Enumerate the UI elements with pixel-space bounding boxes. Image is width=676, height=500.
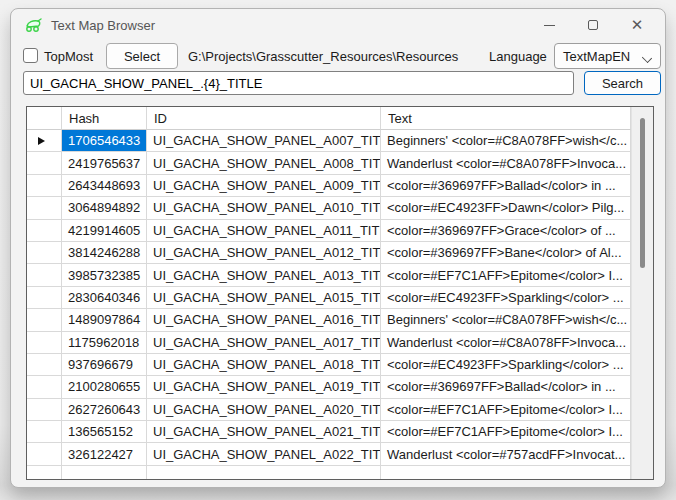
- cell-hash[interactable]: 3064894892: [62, 197, 147, 219]
- table-row: 1706546433UI_GACHA_SHOW_PANEL_A007_TITLE…: [27, 130, 631, 152]
- cell-text[interactable]: <color=#EF7C1AFF>Epitome</color> I...: [381, 264, 631, 286]
- close-button[interactable]: ✕: [615, 10, 659, 40]
- cell-hash[interactable]: 2100280655: [62, 376, 147, 398]
- row-header[interactable]: [27, 354, 62, 376]
- cell-hash[interactable]: 2643448693: [62, 175, 147, 197]
- row-header[interactable]: [27, 287, 62, 309]
- row-header[interactable]: [27, 264, 62, 286]
- grasscutter-app-icon: [23, 17, 43, 33]
- cell-text[interactable]: Wanderlust <color=#C8A078FF>Invoca...: [381, 332, 631, 354]
- cell-id[interactable]: UI_GACHA_SHOW_PANEL_A012_TITLE: [147, 242, 381, 264]
- row-header[interactable]: [27, 332, 62, 354]
- minimize-icon: [544, 25, 555, 26]
- row-header[interactable]: [27, 130, 62, 152]
- cell-id[interactable]: UI_GACHA_SHOW_PANEL_A008_TITLE: [147, 152, 381, 174]
- current-row-arrow-icon: [38, 137, 45, 145]
- cell-hash[interactable]: [62, 466, 147, 479]
- cell-text[interactable]: <color=#369697FF>Grace</color> of ...: [381, 220, 631, 242]
- table-row: 2627260643UI_GACHA_SHOW_PANEL_A020_TITLE…: [27, 399, 631, 421]
- table-row: 2830640346UI_GACHA_SHOW_PANEL_A015_TITLE…: [27, 287, 631, 309]
- chevron-down-icon: [643, 52, 652, 61]
- row-header[interactable]: [27, 152, 62, 174]
- row-header[interactable]: [27, 197, 62, 219]
- cell-id[interactable]: UI_GACHA_SHOW_PANEL_A019_TITLE: [147, 376, 381, 398]
- cell-hash[interactable]: 937696679: [62, 354, 147, 376]
- cell-hash[interactable]: 1175962018: [62, 332, 147, 354]
- grid-header-row: Hash ID Text: [27, 107, 631, 130]
- cell-id[interactable]: UI_GACHA_SHOW_PANEL_A009_TITLE: [147, 175, 381, 197]
- cell-text[interactable]: Beginners' <color=#C8A078FF>wish</c...: [381, 309, 631, 331]
- title-bar[interactable]: Text Map Browser ✕: [11, 9, 665, 41]
- cell-id[interactable]: [147, 466, 381, 479]
- table-row: 1489097864UI_GACHA_SHOW_PANEL_A016_TITLE…: [27, 309, 631, 331]
- cell-text[interactable]: <color=#EC4923FF>Dawn</color> Pilg...: [381, 197, 631, 219]
- cell-text[interactable]: <color=#EF7C1AFF>Epitome</color> I...: [381, 421, 631, 443]
- cell-hash[interactable]: 136565152: [62, 421, 147, 443]
- maximize-button[interactable]: [571, 10, 615, 40]
- cell-id[interactable]: UI_GACHA_SHOW_PANEL_A007_TITLE: [147, 130, 381, 152]
- language-combobox[interactable]: TextMapEN: [554, 43, 661, 69]
- cell-hash[interactable]: 3985732385: [62, 264, 147, 286]
- table-row: 1175962018UI_GACHA_SHOW_PANEL_A017_TITLE…: [27, 332, 631, 354]
- cell-text[interactable]: <color=#369697FF>Ballad</color> in ...: [381, 376, 631, 398]
- table-row: 2100280655UI_GACHA_SHOW_PANEL_A019_TITLE…: [27, 376, 631, 398]
- table-row: 3064894892UI_GACHA_SHOW_PANEL_A010_TITLE…: [27, 197, 631, 219]
- cell-id[interactable]: UI_GACHA_SHOW_PANEL_A013_TITLE: [147, 264, 381, 286]
- cell-text[interactable]: Wanderlust <color=#C8A078FF>Invoca...: [381, 152, 631, 174]
- topmost-label[interactable]: TopMost: [44, 49, 93, 64]
- row-header[interactable]: [27, 399, 62, 421]
- cell-text[interactable]: <color=#EC4923FF>Sparkling</color> ...: [381, 287, 631, 309]
- column-header-hash[interactable]: Hash: [62, 107, 147, 130]
- row-header[interactable]: [27, 309, 62, 331]
- cell-text[interactable]: <color=#: [381, 466, 631, 479]
- language-selected-value: TextMapEN: [563, 49, 643, 64]
- cell-hash[interactable]: 1706546433: [62, 130, 147, 152]
- row-header[interactable]: [27, 376, 62, 398]
- cell-text[interactable]: <color=#369697FF>Ballad</color> in ...: [381, 175, 631, 197]
- language-label: Language: [489, 49, 547, 64]
- desktop-background: Text Map Browser ✕ TopMost Select G:\Pro…: [0, 0, 676, 500]
- cell-id[interactable]: UI_GACHA_SHOW_PANEL_A017_TITLE: [147, 332, 381, 354]
- cell-hash[interactable]: 2419765637: [62, 152, 147, 174]
- cell-id[interactable]: UI_GACHA_SHOW_PANEL_A018_TITLE: [147, 354, 381, 376]
- search-input[interactable]: [23, 71, 574, 95]
- cell-id[interactable]: UI_GACHA_SHOW_PANEL_A010_TITLE: [147, 197, 381, 219]
- grid-corner-header[interactable]: [27, 107, 62, 130]
- table-row: 3985732385UI_GACHA_SHOW_PANEL_A013_TITLE…: [27, 264, 631, 286]
- row-header[interactable]: [27, 242, 62, 264]
- cell-text[interactable]: <color=#369697FF>Bane</color> of Al...: [381, 242, 631, 264]
- vertical-scrollbar[interactable]: [631, 107, 653, 479]
- row-header[interactable]: [27, 466, 62, 479]
- topmost-checkbox[interactable]: [23, 48, 38, 63]
- cell-hash[interactable]: 4219914605: [62, 220, 147, 242]
- cell-hash[interactable]: 2830640346: [62, 287, 147, 309]
- cell-text[interactable]: Wanderlust <color=#757acdFF>Invocat...: [381, 443, 631, 465]
- row-header[interactable]: [27, 421, 62, 443]
- cell-hash[interactable]: 326122427: [62, 443, 147, 465]
- cell-id[interactable]: UI_GACHA_SHOW_PANEL_A011_TITLE: [147, 220, 381, 242]
- row-header[interactable]: [27, 175, 62, 197]
- cell-hash[interactable]: 1489097864: [62, 309, 147, 331]
- cell-id[interactable]: UI_GACHA_SHOW_PANEL_A015_TITLE: [147, 287, 381, 309]
- table-row: 326122427UI_GACHA_SHOW_PANEL_A022_TITLEW…: [27, 443, 631, 465]
- vertical-scrollbar-thumb[interactable]: [640, 118, 645, 268]
- cell-text[interactable]: <color=#EF7C1AFF>Epitome</color> I...: [381, 399, 631, 421]
- cell-hash[interactable]: 2627260643: [62, 399, 147, 421]
- cell-text[interactable]: <color=#EC4923FF>Sparkling</color> ...: [381, 354, 631, 376]
- table-row: 136565152UI_GACHA_SHOW_PANEL_A021_TITLE<…: [27, 421, 631, 443]
- column-header-text[interactable]: Text: [381, 107, 631, 130]
- search-button[interactable]: Search: [584, 71, 661, 95]
- cell-id[interactable]: UI_GACHA_SHOW_PANEL_A021_TITLE: [147, 421, 381, 443]
- column-header-id[interactable]: ID: [147, 107, 381, 130]
- row-header[interactable]: [27, 443, 62, 465]
- cell-text[interactable]: Beginners' <color=#C8A078FF>wish</c...: [381, 130, 631, 152]
- cell-id[interactable]: UI_GACHA_SHOW_PANEL_A022_TITLE: [147, 443, 381, 465]
- maximize-icon: [588, 20, 598, 30]
- textmap-data-grid: Hash ID Text 1706546433UI_GACHA_SHOW_PAN…: [26, 106, 654, 480]
- cell-id[interactable]: UI_GACHA_SHOW_PANEL_A020_TITLE: [147, 399, 381, 421]
- cell-hash[interactable]: 3814246288: [62, 242, 147, 264]
- select-button[interactable]: Select: [106, 43, 178, 69]
- cell-id[interactable]: UI_GACHA_SHOW_PANEL_A016_TITLE: [147, 309, 381, 331]
- row-header[interactable]: [27, 220, 62, 242]
- minimize-button[interactable]: [527, 10, 571, 40]
